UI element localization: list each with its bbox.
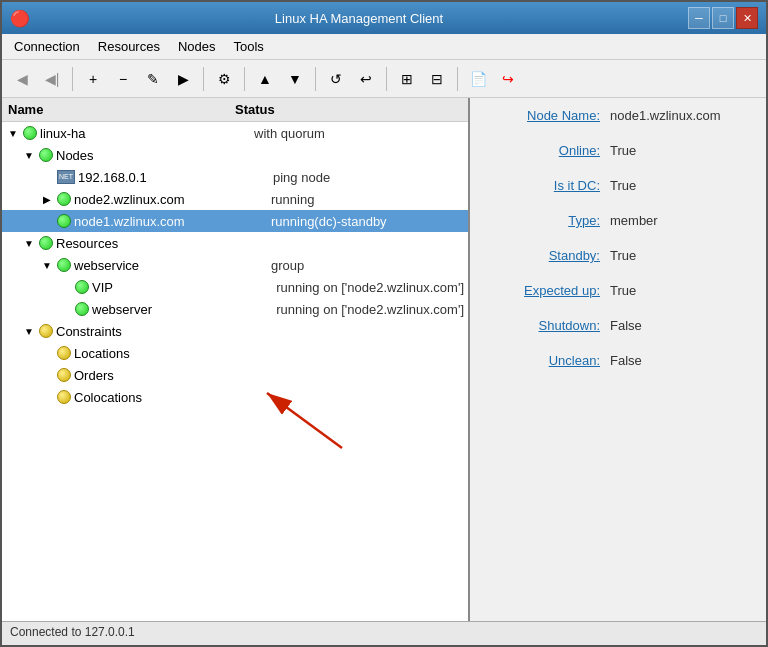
- label-webservice: webservice: [74, 258, 267, 273]
- expand-webservice[interactable]: ▼: [40, 258, 54, 272]
- prop-row-expected-up: Expected up: True: [490, 283, 746, 298]
- close-button[interactable]: ✕: [736, 7, 758, 29]
- prop-row-type: Type: member: [490, 213, 746, 228]
- status-webserver: running on ['node2.wzlinux.com']: [272, 302, 464, 317]
- label-resources: Resources: [56, 236, 258, 251]
- doc-button[interactable]: 📄: [464, 65, 492, 93]
- tree-row-node2[interactable]: ▶ node2.wzlinux.com running: [2, 188, 468, 210]
- prop-label-node-name[interactable]: Node Name:: [490, 108, 610, 123]
- migrate-button[interactable]: ⊞: [393, 65, 421, 93]
- label-nodes: Nodes: [56, 148, 258, 163]
- prop-label-is-dc[interactable]: Is it DC:: [490, 178, 610, 193]
- disconnect-button[interactable]: ⊟: [423, 65, 451, 93]
- title-bar: 🔴 Linux HA Management Client ─ □ ✕: [2, 2, 766, 34]
- expand-resources[interactable]: ▼: [22, 236, 36, 250]
- window-title: Linux HA Management Client: [30, 11, 688, 26]
- icon-linux-ha: [23, 126, 37, 140]
- icon-node1: [57, 214, 71, 228]
- tree-row-vip[interactable]: ▶ VIP running on ['node2.wzlinux.com']: [2, 276, 468, 298]
- label-orders: Orders: [74, 368, 267, 383]
- prop-value-standby: True: [610, 248, 636, 263]
- window-controls: ─ □ ✕: [688, 7, 758, 29]
- prop-row-unclean: Unclean: False: [490, 353, 746, 368]
- remove-button[interactable]: −: [109, 65, 137, 93]
- refresh-button[interactable]: ↺: [322, 65, 350, 93]
- tree-header: Name Status: [2, 98, 468, 122]
- menu-tools[interactable]: Tools: [226, 36, 272, 57]
- tree-row-node1[interactable]: ▶ node1.wzlinux.com running(dc)-standby: [2, 210, 468, 232]
- icon-nodes: [39, 148, 53, 162]
- status-node1: running(dc)-standby: [267, 214, 464, 229]
- label-locations: Locations: [74, 346, 267, 361]
- back2-button: ◀|: [38, 65, 66, 93]
- tree-row-colocations[interactable]: ▶ Colocations: [2, 386, 468, 408]
- tree-row-constraints[interactable]: ▼ Constraints: [2, 320, 468, 342]
- tree-area: ▼ linux-ha with quorum ▼ Nodes ▶ NET 192…: [2, 122, 468, 621]
- prop-label-unclean[interactable]: Unclean:: [490, 353, 610, 368]
- prop-label-online[interactable]: Online:: [490, 143, 610, 158]
- menu-bar: Connection Resources Nodes Tools: [2, 34, 766, 60]
- tree-row-nodes[interactable]: ▼ Nodes: [2, 144, 468, 166]
- icon-resources: [39, 236, 53, 250]
- right-panel: Node Name: node1.wzlinux.com Online: Tru…: [470, 98, 766, 621]
- icon-colocations: [57, 390, 71, 404]
- status-node2: running: [267, 192, 464, 207]
- prop-row-online: Online: True: [490, 143, 746, 158]
- prop-row-node-name: Node Name: node1.wzlinux.com: [490, 108, 746, 123]
- prop-label-shutdown[interactable]: Shutdown:: [490, 318, 610, 333]
- label-colocations: Colocations: [74, 390, 267, 405]
- tree-row-webservice[interactable]: ▼ webservice group: [2, 254, 468, 276]
- edit-button[interactable]: ✎: [139, 65, 167, 93]
- prop-row-standby: Standby: True: [490, 248, 746, 263]
- prop-label-type[interactable]: Type:: [490, 213, 610, 228]
- status-192: ping node: [269, 170, 464, 185]
- undo-button[interactable]: ↩: [352, 65, 380, 93]
- expand-node2[interactable]: ▶: [40, 192, 54, 206]
- tree-row-resources[interactable]: ▼ Resources: [2, 232, 468, 254]
- tree-row-locations[interactable]: ▶ Locations: [2, 342, 468, 364]
- status-bar: Connected to 127.0.0.1: [2, 621, 766, 645]
- minimize-button[interactable]: ─: [688, 7, 710, 29]
- icon-webserver: [75, 302, 89, 316]
- prop-value-expected-up: True: [610, 283, 636, 298]
- prop-row-is-dc: Is it DC: True: [490, 178, 746, 193]
- label-constraints: Constraints: [56, 324, 258, 339]
- up-button[interactable]: ▲: [251, 65, 279, 93]
- prop-value-shutdown: False: [610, 318, 642, 333]
- add-button[interactable]: +: [79, 65, 107, 93]
- expand-nodes[interactable]: ▼: [22, 148, 36, 162]
- menu-nodes[interactable]: Nodes: [170, 36, 224, 57]
- toolbar-sep-6: [457, 67, 458, 91]
- tree-row-webserver[interactable]: ▶ webserver running on ['node2.wzlinux.c…: [2, 298, 468, 320]
- left-panel: Name Status ▼ linux-ha with quorum ▼ Nod…: [2, 98, 470, 621]
- prop-value-type: member: [610, 213, 658, 228]
- label-192: 192.168.0.1: [78, 170, 269, 185]
- settings-button[interactable]: ⚙: [210, 65, 238, 93]
- title-icon: 🔴: [10, 9, 30, 28]
- prop-value-is-dc: True: [610, 178, 636, 193]
- expand-constraints[interactable]: ▼: [22, 324, 36, 338]
- exit-button[interactable]: ↪: [494, 65, 522, 93]
- play-button[interactable]: ▶: [169, 65, 197, 93]
- label-vip: VIP: [92, 280, 272, 295]
- tree-row-192[interactable]: ▶ NET 192.168.0.1 ping node: [2, 166, 468, 188]
- menu-connection[interactable]: Connection: [6, 36, 88, 57]
- prop-label-expected-up[interactable]: Expected up:: [490, 283, 610, 298]
- col-header-name: Name: [8, 102, 235, 117]
- icon-orders: [57, 368, 71, 382]
- label-linux-ha: linux-ha: [40, 126, 250, 141]
- toolbar-sep-1: [72, 67, 73, 91]
- tree-row-linux-ha[interactable]: ▼ linux-ha with quorum: [2, 122, 468, 144]
- down-button[interactable]: ▼: [281, 65, 309, 93]
- toolbar-sep-3: [244, 67, 245, 91]
- main-window: 🔴 Linux HA Management Client ─ □ ✕ Conne…: [0, 0, 768, 647]
- icon-vip: [75, 280, 89, 294]
- tree-row-orders[interactable]: ▶ Orders: [2, 364, 468, 386]
- main-area: Name Status ▼ linux-ha with quorum ▼ Nod…: [2, 98, 766, 621]
- icon-192: NET: [57, 170, 75, 184]
- prop-label-standby[interactable]: Standby:: [490, 248, 610, 263]
- toolbar-sep-5: [386, 67, 387, 91]
- menu-resources[interactable]: Resources: [90, 36, 168, 57]
- expand-linux-ha[interactable]: ▼: [6, 126, 20, 140]
- maximize-button[interactable]: □: [712, 7, 734, 29]
